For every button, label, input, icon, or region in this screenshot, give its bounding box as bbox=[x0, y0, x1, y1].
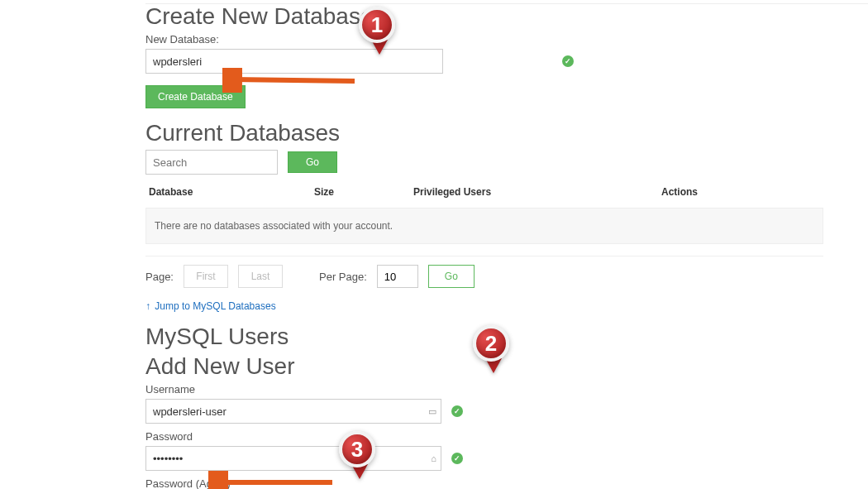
db-search-input[interactable] bbox=[145, 150, 278, 175]
page-first-button: First bbox=[184, 265, 228, 288]
col-size: Size bbox=[314, 186, 413, 198]
jump-to-mysql-link[interactable]: ↑ Jump to MySQL Databases bbox=[145, 300, 276, 312]
key-icon: ⌂ bbox=[431, 453, 436, 463]
new-db-input[interactable] bbox=[145, 49, 443, 74]
create-db-heading: Create New Database bbox=[145, 3, 868, 30]
col-users: Privileged Users bbox=[413, 186, 661, 198]
password-label: Password bbox=[145, 430, 868, 443]
password-input[interactable] bbox=[145, 446, 441, 471]
page-label: Page: bbox=[145, 271, 174, 283]
db-search-go-button[interactable]: Go bbox=[288, 151, 337, 173]
username-input[interactable] bbox=[145, 399, 441, 424]
add-user-heading: Add New User bbox=[145, 353, 868, 380]
perpage-input[interactable] bbox=[377, 265, 418, 288]
empty-db-notice: There are no databases associated with y… bbox=[145, 208, 823, 244]
col-database: Database bbox=[149, 186, 314, 198]
password-again-label: Password (Again) bbox=[145, 477, 868, 489]
check-icon bbox=[562, 55, 574, 67]
check-icon bbox=[451, 453, 463, 464]
create-database-button[interactable]: Create Database bbox=[145, 85, 246, 108]
col-actions: Actions bbox=[661, 186, 865, 198]
username-label: Username bbox=[145, 383, 868, 396]
contact-icon: ▭ bbox=[428, 406, 436, 417]
svg-line-0 bbox=[232, 79, 355, 81]
mysql-users-heading: MySQL Users bbox=[145, 324, 868, 350]
jump-link-text: Jump to MySQL Databases bbox=[155, 300, 275, 312]
perpage-go-button[interactable]: Go bbox=[428, 265, 475, 288]
page-last-button: Last bbox=[238, 265, 283, 288]
check-icon bbox=[451, 405, 463, 417]
perpage-label: Per Page: bbox=[319, 271, 367, 283]
new-db-label: New Database: bbox=[145, 33, 868, 46]
up-arrow-icon: ↑ bbox=[145, 300, 150, 312]
current-db-heading: Current Databases bbox=[145, 120, 868, 146]
